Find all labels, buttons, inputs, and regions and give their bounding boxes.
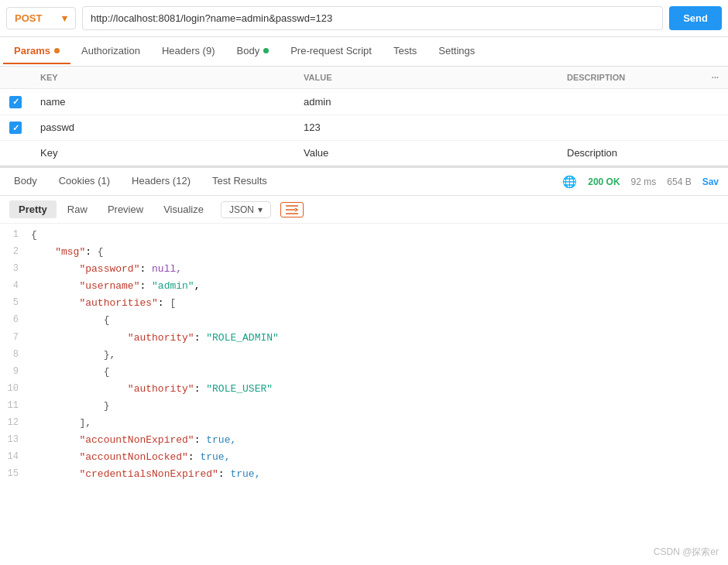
fmt-tab-preview[interactable]: Preview (98, 200, 153, 218)
fmt-preview-label: Preview (108, 204, 143, 215)
json-line: 6 { (0, 312, 728, 329)
json-line: 13 "accountNonExpired": true, (0, 432, 728, 449)
json-format-label: JSON (229, 204, 254, 215)
fmt-raw-label: Raw (67, 204, 88, 215)
response-time: 92 ms (631, 176, 657, 187)
row3-checkbox (0, 141, 31, 166)
json-line: 8 }, (0, 347, 728, 364)
globe-icon: 🌐 (562, 175, 577, 189)
response-size: 654 B (667, 176, 691, 187)
url-bar: POST ▾ Send (0, 0, 728, 37)
params-dot (54, 48, 60, 53)
line-number: 8 (6, 347, 31, 362)
request-tabs: Params Authorization Headers (9) Body Pr… (0, 37, 728, 67)
row2-key[interactable]: passwd (31, 115, 294, 141)
line-content: "authority": "ROLE_ADMIN" (31, 330, 279, 347)
row2-more (702, 115, 728, 141)
row1-key[interactable]: name (31, 89, 294, 115)
resp-tab-body[interactable]: Body (3, 170, 48, 193)
fmt-tab-pretty[interactable]: Pretty (9, 200, 57, 218)
row2-checkbox[interactable] (0, 115, 31, 141)
line-content: "accountNonLocked": true, (31, 449, 230, 466)
resp-tab-cookies[interactable]: Cookies (1) (48, 170, 121, 193)
json-line: 4 "username": "admin", (0, 278, 728, 295)
url-input[interactable] (82, 6, 663, 30)
json-format-select[interactable]: JSON ▾ (221, 201, 271, 218)
line-content: { (31, 364, 109, 381)
col-key-header: KEY (31, 67, 294, 89)
line-content: { (31, 227, 37, 244)
json-line: 10 "authority": "ROLE_USER" (0, 381, 728, 398)
checkbox-checked-icon (9, 122, 22, 134)
fmt-visualize-label: Visualize (163, 204, 204, 215)
response-tabs: Body Cookies (1) Headers (12) Test Resul… (0, 168, 728, 196)
response-meta: 🌐 200 OK 92 ms 654 B Sav (562, 175, 725, 189)
checkbox-checked-icon (9, 96, 22, 108)
method-select[interactable]: POST ▾ (6, 7, 76, 29)
wrap-lines-icon (285, 204, 299, 215)
col-check (0, 67, 31, 89)
resp-tab-body-label: Body (14, 175, 37, 187)
json-line: 7 "authority": "ROLE_ADMIN" (0, 330, 728, 347)
line-number: 14 (6, 449, 31, 464)
tab-authorization[interactable]: Authorization (70, 39, 151, 64)
line-content: ], (31, 415, 91, 432)
fmt-tab-visualize[interactable]: Visualize (154, 200, 213, 218)
row1-desc[interactable] (558, 89, 702, 115)
line-number: 1 (6, 227, 31, 242)
tab-prerequest[interactable]: Pre-request Script (280, 39, 383, 64)
col-desc-header: DESCRIPTION (558, 67, 702, 89)
tab-authorization-label: Authorization (81, 45, 140, 56)
row1-more (702, 89, 728, 115)
row3-desc-placeholder[interactable]: Description (558, 141, 702, 166)
tab-body[interactable]: Body (226, 39, 280, 64)
json-line: 15 "credentialsNonExpired": true, (0, 466, 728, 483)
line-number: 4 (6, 278, 31, 293)
table-row: passwd 123 (0, 115, 728, 141)
save-response-button[interactable]: Sav (702, 176, 719, 187)
tab-headers[interactable]: Headers (9) (151, 39, 226, 64)
line-content: "authority": "ROLE_USER" (31, 381, 273, 398)
body-dot (263, 48, 269, 53)
row2-value[interactable]: 123 (294, 115, 558, 141)
line-number: 9 (6, 364, 31, 379)
line-number: 15 (6, 466, 31, 481)
json-line: 1{ (0, 227, 728, 244)
fmt-pretty-label: Pretty (19, 204, 47, 215)
col-more-header: ··· (702, 67, 728, 89)
table-row: name admin (0, 89, 728, 115)
json-line: 5 "authorities": [ (0, 295, 728, 312)
resp-tab-headers-label: Headers (12) (132, 175, 191, 187)
line-number: 2 (6, 244, 31, 259)
tab-tests[interactable]: Tests (383, 39, 428, 64)
params-table: KEY VALUE DESCRIPTION ··· name admin p (0, 67, 728, 166)
line-content: { (31, 312, 109, 329)
send-button[interactable]: Send (669, 6, 722, 30)
row2-desc[interactable] (558, 115, 702, 141)
resp-tab-cookies-label: Cookies (1) (59, 175, 110, 187)
resp-tab-test-results-label: Test Results (212, 175, 267, 187)
wrap-icon-button[interactable] (280, 202, 304, 217)
tab-params[interactable]: Params (3, 39, 70, 64)
tab-body-label: Body (237, 45, 260, 56)
json-line: 11 } (0, 398, 728, 415)
json-line: 3 "password": null, (0, 261, 728, 278)
tab-settings[interactable]: Settings (428, 39, 486, 64)
line-content: } (31, 398, 109, 415)
resp-tab-headers[interactable]: Headers (12) (121, 170, 201, 193)
line-number: 6 (6, 312, 31, 327)
resp-tab-test-results[interactable]: Test Results (201, 170, 278, 193)
json-line: 9 { (0, 364, 728, 381)
json-line: 14 "accountNonLocked": true, (0, 449, 728, 466)
row3-key-placeholder[interactable]: Key (31, 141, 294, 166)
row3-more (702, 141, 728, 166)
tab-prerequest-label: Pre-request Script (290, 45, 372, 56)
row1-value[interactable]: admin (294, 89, 558, 115)
row3-value-placeholder[interactable]: Value (294, 141, 558, 166)
fmt-tab-raw[interactable]: Raw (58, 200, 97, 218)
tab-params-label: Params (14, 45, 50, 56)
row1-checkbox[interactable] (0, 89, 31, 115)
line-number: 7 (6, 330, 31, 345)
tab-settings-label: Settings (438, 45, 475, 56)
watermark: CSDN @探索er (654, 546, 719, 559)
